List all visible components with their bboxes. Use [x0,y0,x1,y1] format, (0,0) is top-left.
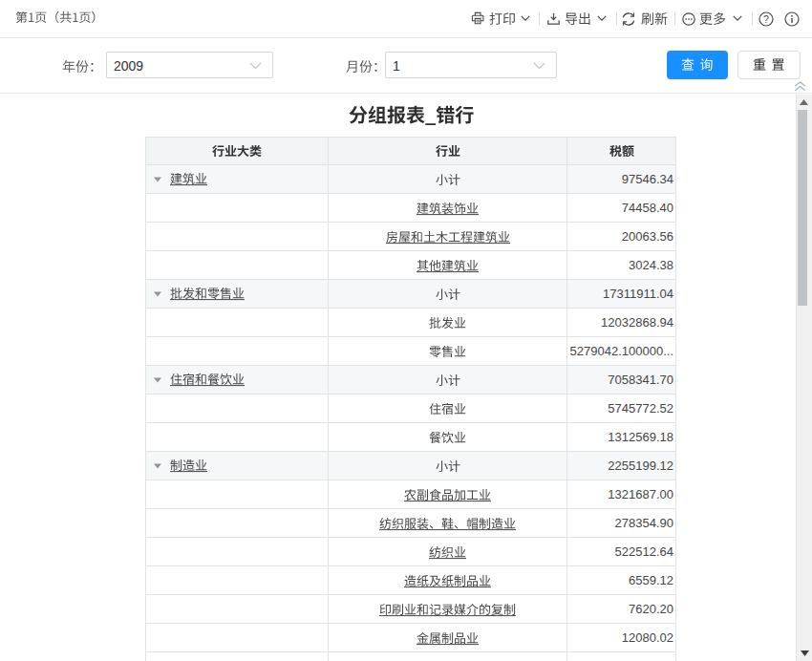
svg-text:?: ? [763,13,769,25]
